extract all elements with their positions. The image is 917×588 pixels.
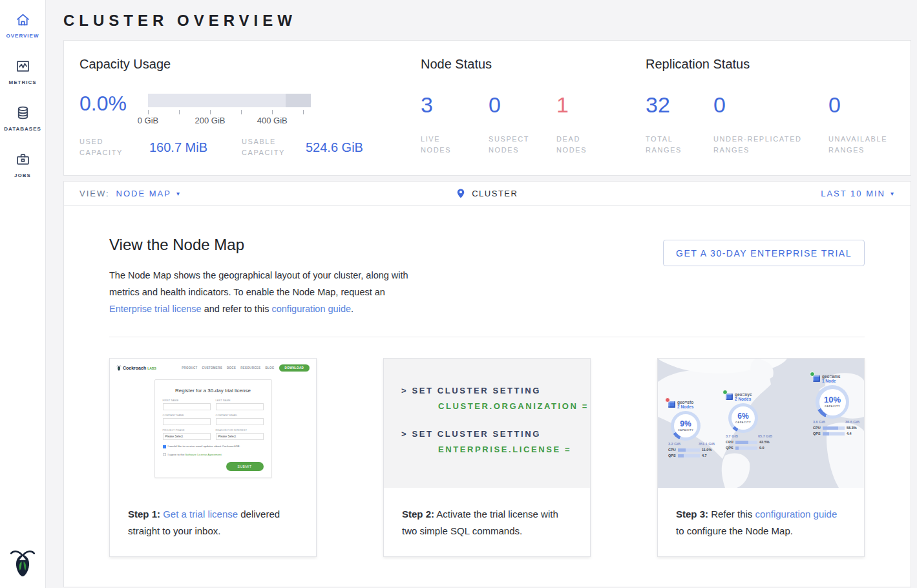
under-replicated-ranges-value: 0 [713, 94, 828, 116]
minisite-nav-item: DOCS [227, 366, 236, 370]
cockroachdb-logo-icon [9, 547, 36, 582]
minisite-nav-item: PRODUCT [182, 366, 197, 370]
capacity-usage-title: Capacity Usage [79, 57, 421, 72]
live-status-dot-icon [722, 390, 728, 395]
capacity-donut-gauge: 9% CAPACITY [671, 411, 701, 441]
dead-status-dot-icon [665, 397, 670, 403]
replication-status-title: Replication Status [646, 57, 887, 72]
sidebar-item-label: DATABASES [4, 126, 41, 132]
sql-setting-line: CLUSTER.ORGANIZATION = [401, 401, 590, 411]
app-window: OVERVIEW METRICS DATABASES [0, 0, 917, 588]
sql-command-line: > SET CLUSTER SETTING [401, 429, 590, 439]
capacity-axis-ticks [148, 110, 311, 116]
unavailable-ranges-value: 0 [828, 94, 887, 116]
replication-status-section: Replication Status 32 TOTALRANGES 0 UNDE… [646, 57, 887, 175]
capacity-donut-gauge: 6% CAPACITY [728, 403, 758, 433]
capacity-donut-gauge: 10% CAPACITY [816, 385, 849, 419]
used-capacity-value: 160.7 MiB [149, 140, 242, 155]
sidebar-item-label: OVERVIEW [6, 33, 39, 39]
sql-commands-snippet: > SET CLUSTER SETTING CLUSTER.ORGANIZATI… [384, 359, 590, 488]
cockroach-labs-logo: Cockroach LABS [116, 364, 156, 372]
configuration-guide-link[interactable]: configuration guide [271, 304, 351, 314]
step-1-caption: Step 1: Get a trial license delivered st… [110, 488, 316, 540]
sql-setting-line: ENTERPRISE.LICENSE = [401, 445, 590, 454]
trial-registration-form: Register for a 30-day trial license FIRS… [154, 379, 272, 478]
live-nodes-value: 3 [421, 94, 489, 116]
live-nodes-stat: 3 LIVENODES [421, 94, 489, 156]
view-bar: VIEW: NODE MAP ▾ CLUSTER LAST 10 MIN ▾ [63, 181, 911, 206]
page-title: CLUSTER OVERVIEW [63, 12, 911, 30]
chevron-down-icon: ▾ [891, 190, 895, 197]
sidebar-item-label: JOBS [14, 173, 31, 178]
capacity-usage-section: Capacity Usage 0.0% [79, 57, 421, 175]
capacity-bar [148, 94, 311, 107]
sidebar-item-jobs[interactable]: JOBS [0, 150, 45, 178]
under-replicated-ranges-stat: 0 UNDER-REPLICATEDRANGES [713, 94, 828, 156]
minisite-submit-button: SUBMIT [226, 462, 264, 471]
locality-widget-sfo: geo=sfo 2 Nodes 9% CAPACITY [668, 400, 720, 457]
cluster-summary-panel: Capacity Usage 0.0% [63, 40, 911, 176]
step-2-card: > SET CLUSTER SETTING CLUSTER.ORGANIZATI… [383, 358, 591, 557]
checkbox-checked-icon [163, 445, 166, 448]
chevron-down-icon: ▾ [176, 190, 181, 197]
view-label: VIEW: [79, 189, 110, 198]
capacity-used-percent: 0.0% [79, 94, 148, 113]
cluster-breadcrumb: CLUSTER [64, 189, 911, 198]
used-capacity-label: USED CAPACITY [79, 136, 149, 158]
home-icon [14, 10, 32, 28]
trial-registration-screenshot: Cockroach LABS PRODUCT CUSTOMERS DOCS RE… [110, 359, 316, 488]
enterprise-trial-license-link[interactable]: Enterprise trial license [109, 304, 202, 314]
live-status-dot-icon [810, 372, 815, 377]
step-2-caption: Step 2: Activate the trial license with … [384, 488, 590, 540]
get-trial-license-link[interactable]: Get a trial license [163, 509, 238, 520]
step-3-card: geo=sfo 2 Nodes 9% CAPACITY [657, 358, 865, 557]
suspect-nodes-stat: 0 SUSPECTNODES [489, 94, 556, 156]
view-selector-dropdown[interactable]: NODE MAP ▾ [116, 189, 181, 198]
node-cube-icon [668, 401, 675, 408]
configuration-guide-link[interactable]: configuration guide [755, 509, 838, 520]
unavailable-ranges-stat: 0 UNAVAILABLERANGES [828, 94, 887, 156]
minisite-nav-item: RESOURCES [240, 366, 260, 370]
capacity-axis-label: 0 GiB [138, 116, 159, 125]
divider [109, 337, 865, 337]
node-cube-icon [726, 394, 733, 400]
database-icon [14, 103, 32, 121]
node-status-section: Node Status 3 LIVENODES 0 SUSPECTNODES 1… [421, 57, 646, 175]
sidebar-item-databases[interactable]: DATABASES [0, 103, 45, 132]
sidebar-item-overview[interactable]: OVERVIEW [0, 10, 45, 39]
capacity-bar-reserved-segment [286, 94, 311, 107]
minisite-download-button: DOWNLOAD [279, 364, 310, 372]
sidebar-item-label: METRICS [9, 79, 37, 85]
usable-capacity-value: 524.6 GiB [306, 140, 363, 155]
capacity-axis-label: 400 GiB [257, 116, 288, 125]
main-content: CLUSTER OVERVIEW Capacity Usage 0.0% [46, 0, 917, 588]
get-enterprise-trial-button[interactable]: GET A 30-DAY ENTERPRISE TRIAL [663, 240, 865, 266]
minisite-nav-item: BLOG [265, 366, 274, 370]
briefcase-icon [14, 150, 32, 168]
usable-capacity-label: USABLE CAPACITY [242, 136, 306, 158]
map-pin-icon [457, 189, 465, 198]
capacity-axis-label: 200 GiB [195, 116, 226, 125]
form-title: Register for a 30-day trial license [163, 388, 264, 394]
sidebar: OVERVIEW METRICS DATABASES [0, 0, 46, 588]
checkbox-icon [163, 453, 166, 456]
dead-nodes-stat: 1 DEADNODES [556, 94, 587, 156]
node-map-panel: View the Node Map The Node Map shows the… [63, 206, 911, 587]
capacity-bar-chart: 0 GiB 200 GiB 400 GiB [148, 94, 311, 126]
node-cube-icon [813, 375, 820, 382]
node-map-description: The Node Map shows the geographical layo… [109, 267, 418, 317]
time-range-selector-dropdown[interactable]: LAST 10 MIN ▾ [821, 189, 895, 198]
total-ranges-stat: 32 TOTALRANGES [646, 94, 713, 156]
metrics-chart-icon [14, 57, 32, 75]
node-status-title: Node Status [421, 57, 646, 72]
minisite-nav-item: CUSTOMERS [202, 366, 222, 370]
sql-command-line: > SET CLUSTER SETTING [401, 386, 590, 395]
suspect-nodes-value: 0 [489, 94, 556, 116]
locality-widget-nyc: geo=nyc 2 Nodes 6% CAPACITY [726, 392, 777, 450]
node-map-preview-image: geo=sfo 2 Nodes 9% CAPACITY [658, 359, 864, 488]
locality-widget-ams: geo=ams 1 Node 10% CAPACITY [813, 374, 865, 436]
step-1-card: Cockroach LABS PRODUCT CUSTOMERS DOCS RE… [109, 358, 317, 557]
dead-nodes-value: 1 [556, 94, 587, 116]
sidebar-item-metrics[interactable]: METRICS [0, 57, 45, 85]
node-map-heading: View the Node Map [109, 236, 418, 254]
